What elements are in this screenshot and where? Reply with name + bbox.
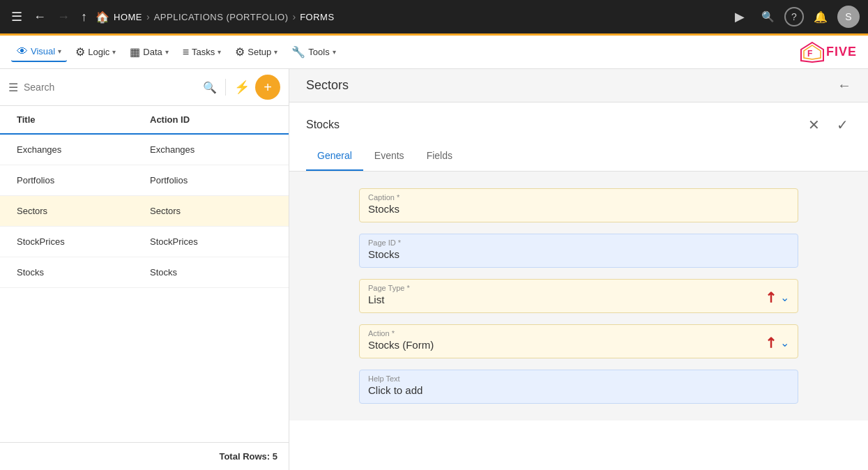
five-text: FIVE [826, 45, 857, 59]
svg-text:F: F [807, 49, 812, 59]
search-divider [225, 79, 226, 96]
add-button[interactable]: + [255, 75, 280, 100]
setup-icon: ⚙ [235, 45, 245, 59]
tabs: General Events Fields [289, 142, 868, 172]
page-id-field-container: Page ID * Stocks [359, 234, 798, 268]
menu-icon[interactable]: ☰ [8, 6, 25, 27]
table-row[interactable]: StockPrices StockPrices [0, 227, 289, 257]
table-row[interactable]: Exchanges Exchanges [0, 135, 289, 165]
toolbar-setup[interactable]: ⚙ Setup ▾ [229, 43, 283, 61]
breadcrumb: 🏠 HOME › APPLICATIONS (PORTFOLIO) › FORM… [96, 10, 335, 24]
caption-value[interactable]: Stocks [360, 202, 798, 222]
toolbar-tasks-label: Tasks [192, 47, 215, 57]
sectors-title: Sectors [306, 78, 837, 93]
tasks-icon: ≡ [183, 46, 189, 59]
tab-general[interactable]: General [306, 142, 363, 171]
table-row[interactable]: Portfolios Portfolios [0, 165, 289, 196]
tab-events[interactable]: Events [363, 142, 416, 171]
right-panel-header: Sectors ← [289, 69, 868, 103]
form-panel-header: Stocks ✕ ✓ [289, 103, 868, 136]
flash-icon[interactable]: ⚡ [234, 79, 250, 95]
chevron-icon-1: › [146, 11, 150, 22]
page-type-label: Page Type * [360, 280, 798, 292]
help-text-value[interactable]: Click to add [360, 383, 798, 403]
tab-fields[interactable]: Fields [416, 142, 464, 171]
data-icon: ▦ [130, 45, 140, 59]
logic-chevron: ▾ [112, 48, 116, 56]
search-input[interactable] [24, 82, 197, 93]
search-nav-icon[interactable]: 🔍 [756, 6, 779, 28]
forward-icon[interactable]: → [54, 7, 73, 27]
logic-icon: ⚙ [75, 45, 85, 59]
toolbar-tools[interactable]: 🔧 Tools ▾ [286, 43, 341, 61]
table-header: Title Action ID [0, 106, 289, 135]
action-value: Stocks (Form) [360, 338, 798, 358]
home-icon: 🏠 [96, 10, 109, 24]
back-arrow-icon[interactable]: ← [837, 77, 851, 93]
toolbar-tools-label: Tools [308, 47, 329, 57]
top-nav-right: ▶ 🔍 ? 🔔 S [729, 6, 860, 28]
row-action-id: Stocks [144, 257, 277, 287]
breadcrumb-home[interactable]: HOME [114, 12, 142, 22]
toolbar-visual[interactable]: 👁 Visual ▾ [11, 43, 67, 62]
caption-field-container: Caption * Stocks [359, 188, 798, 222]
table-row[interactable]: Stocks Stocks [0, 257, 289, 288]
toolbar-tasks[interactable]: ≡ Tasks ▾ [177, 43, 227, 61]
total-rows: Total Rows: 5 [219, 451, 277, 462]
breadcrumb-apps[interactable]: APPLICATIONS (PORTFOLIO) [154, 12, 289, 22]
row-title: Sectors [11, 196, 144, 226]
setup-chevron: ▾ [274, 48, 277, 56]
row-action-id: Portfolios [144, 165, 277, 195]
five-logo-icon: F [798, 41, 826, 63]
top-nav: ☰ ← → ↑ 🏠 HOME › APPLICATIONS (PORTFOLIO… [0, 0, 868, 33]
table-row-selected[interactable]: Sectors Sectors [0, 196, 289, 227]
page-type-dropdown-icon[interactable]: ⌄ [780, 291, 789, 304]
row-action-id: StockPrices [144, 227, 277, 257]
help-text-field-container: Help Text Click to add [359, 370, 798, 404]
bell-icon[interactable]: 🔔 [809, 6, 832, 28]
back-icon[interactable]: ← [31, 7, 49, 27]
row-action-id: Sectors [144, 196, 277, 226]
search-bar-left: ☰ 🔍 [8, 81, 217, 94]
help-icon[interactable]: ? [784, 7, 804, 26]
table-footer: Total Rows: 5 [0, 442, 289, 470]
confirm-button[interactable]: ✓ [834, 114, 851, 136]
row-title: Stocks [11, 257, 144, 287]
search-icon[interactable]: 🔍 [203, 81, 217, 94]
tools-icon: 🔧 [291, 45, 305, 59]
form-panel: Stocks ✕ ✓ General Events Fields Caption… [289, 103, 868, 470]
page-type-field-container[interactable]: Page Type * List ⌄ ↗ [359, 279, 798, 313]
table-body: Exchanges Exchanges Portfolios Portfolio… [0, 135, 289, 442]
breadcrumb-forms[interactable]: FORMS [300, 12, 334, 22]
page-id-value[interactable]: Stocks [360, 247, 798, 267]
action-field-container[interactable]: Action * Stocks (Form) ⌄ ↗ [359, 324, 798, 358]
main-content: ☰ 🔍 ⚡ + Title Action ID Exchanges Exchan… [0, 69, 868, 470]
toolbar-logic[interactable]: ⚙ Logic ▾ [70, 43, 121, 61]
form-fields: Caption * Stocks Page ID * Stocks Page T… [289, 172, 868, 420]
data-chevron: ▾ [165, 48, 169, 56]
row-title: StockPrices [11, 227, 144, 257]
tasks-chevron: ▾ [218, 48, 221, 56]
right-panel: Sectors ← Stocks ✕ ✓ General Events Fiel… [289, 69, 868, 470]
page-id-label: Page ID * [360, 234, 798, 247]
main-toolbar: 👁 Visual ▾ ⚙ Logic ▾ ▦ Data ▾ ≡ Tasks ▾ … [0, 36, 868, 69]
search-bar: ☰ 🔍 ⚡ + [0, 69, 289, 106]
action-label: Action * [360, 325, 798, 338]
caption-label: Caption * [360, 189, 798, 202]
toolbar-logic-label: Logic [88, 47, 109, 57]
tools-chevron: ▾ [333, 48, 336, 56]
close-button[interactable]: ✕ [805, 114, 823, 136]
action-dropdown-icon[interactable]: ⌄ [780, 336, 789, 349]
toolbar-visual-label: Visual [31, 46, 55, 56]
up-icon[interactable]: ↑ [78, 7, 90, 27]
five-logo-container: F FIVE [798, 41, 857, 63]
filter-icon[interactable]: ☰ [8, 81, 18, 94]
toolbar-data-label: Data [143, 47, 162, 57]
row-title: Portfolios [11, 165, 144, 195]
column-title: Title [11, 106, 144, 133]
toolbar-setup-label: Setup [248, 47, 271, 57]
play-button[interactable]: ▶ [729, 6, 751, 28]
form-panel-actions: ✕ ✓ [805, 114, 851, 136]
toolbar-data[interactable]: ▦ Data ▾ [124, 43, 174, 61]
user-avatar[interactable]: S [837, 6, 860, 28]
